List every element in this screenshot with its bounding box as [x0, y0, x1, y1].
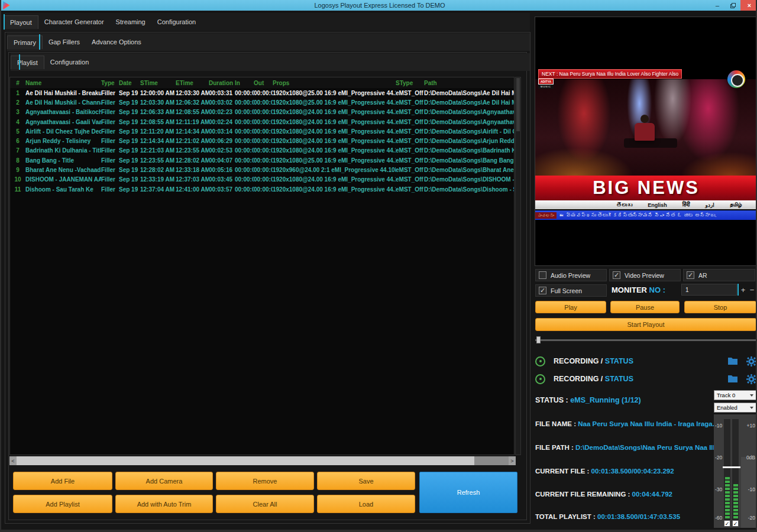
- table-row[interactable]: 2Ae Dil Hai Mushkil - Channa MereyaFille…: [10, 98, 514, 107]
- table-row[interactable]: 4Agnyaathavaasi - Gaali VaalugaFillerSep…: [10, 117, 514, 126]
- folder-icon[interactable]: [727, 374, 738, 383]
- add-file-button[interactable]: Add File: [13, 472, 112, 490]
- cell-num: 2: [10, 99, 25, 106]
- audio-preview-checkbox[interactable]: Audio Preview: [535, 269, 607, 281]
- scroll-left-icon[interactable]: <: [9, 458, 17, 464]
- checkbox-icon: [613, 271, 620, 279]
- table-row[interactable]: 5Airlift - Dil Cheez Tujhe DediFillerSep…: [10, 126, 514, 136]
- cell-date: Sep 19: [119, 109, 140, 115]
- column-header-stime[interactable]: STime: [140, 80, 176, 86]
- column-header-path[interactable]: Path: [424, 80, 514, 86]
- table-row[interactable]: 6Arjun Reddy - TelisineyFillerSep 1912:1…: [10, 136, 514, 145]
- refresh-button[interactable]: Refresh: [419, 472, 517, 513]
- column-header-etime[interactable]: ETime: [176, 80, 209, 86]
- monitor-increment-button[interactable]: +: [739, 284, 748, 296]
- column-header-in[interactable]: In: [235, 80, 254, 86]
- minimize-button[interactable]: –: [710, 0, 725, 11]
- cell-out: 00:00:00: [254, 128, 273, 135]
- meter-track-left: [724, 419, 730, 521]
- add-camera-button[interactable]: Add Camera: [115, 472, 213, 490]
- table-row[interactable]: 7Badrinath Ki Dulhania - TitleFillerSep …: [10, 146, 514, 155]
- table-row[interactable]: 3Agnyaathavaasi - Baitikochi ChusteFille…: [10, 108, 514, 117]
- ar-checkbox[interactable]: AR: [683, 269, 755, 281]
- scroll-right-icon[interactable]: >: [509, 458, 516, 464]
- cell-in: 00:00:00: [235, 90, 254, 96]
- monitor-decrement-button[interactable]: −: [748, 284, 756, 296]
- column-header-out[interactable]: Out: [254, 80, 273, 86]
- full-screen-checkbox[interactable]: Full Screen: [535, 284, 607, 297]
- pause-button[interactable]: Pause: [610, 301, 680, 313]
- tab-primary[interactable]: Primary: [7, 35, 43, 49]
- add-with-auto-trim-button[interactable]: Add with Auto Trim: [115, 495, 213, 513]
- tab-playlist[interactable]: Playlist: [11, 56, 44, 69]
- meter-scale-label: 0dB: [746, 455, 755, 460]
- cell-props: 1920x1080@25.00 16:9 eMI_Progressive 44.…: [273, 90, 396, 96]
- cell-duration: 00:02:24: [209, 119, 235, 125]
- column-header-date[interactable]: Date: [119, 80, 140, 86]
- meter-left-checkbox[interactable]: ✓: [724, 520, 730, 527]
- clear-all-button[interactable]: Clear All: [216, 495, 314, 513]
- add-playlist-button[interactable]: Add Playlist: [13, 495, 112, 513]
- cell-path: D:\DemoData\Songs\Airlift - Dil Cheez Tu…: [424, 128, 514, 135]
- file-path-line: FILE PATH : D:\DemoData\Songs\Naa Peru S…: [535, 444, 737, 451]
- tab-playout[interactable]: Playout: [4, 15, 38, 29]
- seek-slider-thumb[interactable]: [536, 336, 541, 343]
- cell-stime: 12:11:20 AM: [140, 128, 176, 135]
- vertical-scrollbar[interactable]: [515, 77, 521, 455]
- cell-type: Filler: [101, 119, 119, 125]
- folder-icon[interactable]: [727, 356, 738, 365]
- column-header-props[interactable]: Props: [273, 80, 396, 86]
- tab-advance-options[interactable]: Advance Options: [86, 35, 147, 48]
- seek-slider[interactable]: [535, 336, 756, 344]
- table-row[interactable]: 1Ae Dil Hai Mushkil - BreakupFillerSep 1…: [10, 88, 514, 98]
- tab-character-generator[interactable]: Character Generator: [38, 15, 110, 28]
- monitor-number-input[interactable]: 1: [681, 284, 737, 296]
- tab-gap-fillers[interactable]: Gap Fillers: [43, 35, 86, 48]
- cell-stype: eMST_Off: [396, 176, 424, 183]
- restore-icon: [730, 3, 736, 8]
- meter-scale-label: -20: [748, 515, 755, 521]
- enabled-select[interactable]: Enabled: [714, 403, 756, 413]
- cell-stime: 12:23:55 AM: [140, 157, 176, 164]
- cell-stype: eMST_Off: [396, 147, 424, 154]
- cell-in: 00:00:00: [235, 147, 254, 154]
- cell-stime: 12:03:30 AM: [140, 99, 176, 106]
- video-preview-checkbox[interactable]: Video Preview: [609, 269, 681, 281]
- tab-streaming[interactable]: Streaming: [110, 15, 151, 28]
- column-header-name[interactable]: Name: [25, 80, 101, 86]
- cell-stype: eMST_Off: [396, 90, 424, 96]
- tab-configuration[interactable]: Configuration: [151, 15, 202, 28]
- stop-button[interactable]: Stop: [684, 301, 756, 313]
- table-row[interactable]: 8Bang Bang - TitleFillerSep 1912:23:55 A…: [10, 155, 514, 165]
- column-header-type[interactable]: Type: [101, 80, 119, 86]
- cell-out: 00:00:00: [254, 90, 273, 96]
- meter-scale-label: -60: [715, 515, 722, 521]
- start-playout-button[interactable]: Start Playout: [535, 318, 756, 331]
- table-row[interactable]: 11Dishoom - Sau Tarah KeFillerSep 1912:3…: [10, 184, 514, 194]
- restore-button[interactable]: [725, 0, 740, 11]
- gear-icon[interactable]: [746, 356, 756, 366]
- table-row[interactable]: 10DISHOOM - JAANEMAN AAHFillerSep 1912:3…: [10, 175, 514, 184]
- save-button[interactable]: Save: [317, 472, 415, 490]
- horizontal-scrollbar[interactable]: < >: [9, 456, 516, 465]
- cell-in: 00:00:00: [235, 157, 254, 164]
- meter-right-checkbox[interactable]: ✓: [732, 520, 739, 527]
- load-button[interactable]: Load: [317, 495, 415, 513]
- table-row[interactable]: 9Bharat Ane Nenu -VachaadayyoFillerSep 1…: [10, 165, 514, 174]
- cell-in: 00:00:00: [235, 119, 254, 125]
- track-select[interactable]: Track 0: [714, 390, 756, 400]
- column-header-num[interactable]: #: [10, 80, 25, 86]
- horizontal-scrollbar-thumb[interactable]: [17, 456, 474, 465]
- column-header-stype[interactable]: SType: [396, 80, 424, 86]
- cell-type: Filler: [101, 147, 119, 154]
- cell-num: 6: [10, 138, 25, 144]
- remove-button[interactable]: Remove: [216, 472, 314, 490]
- vertical-scrollbar-thumb[interactable]: [516, 78, 520, 131]
- play-button[interactable]: Play: [535, 301, 606, 313]
- close-button[interactable]: ×: [740, 0, 757, 11]
- volume-fader[interactable]: [723, 466, 740, 468]
- recording-row-1: RECORDING / STATUS: [535, 354, 756, 368]
- gear-icon[interactable]: [746, 374, 756, 384]
- tab-configuration[interactable]: Configuration: [44, 56, 95, 69]
- column-header-duration[interactable]: Duration: [209, 80, 235, 86]
